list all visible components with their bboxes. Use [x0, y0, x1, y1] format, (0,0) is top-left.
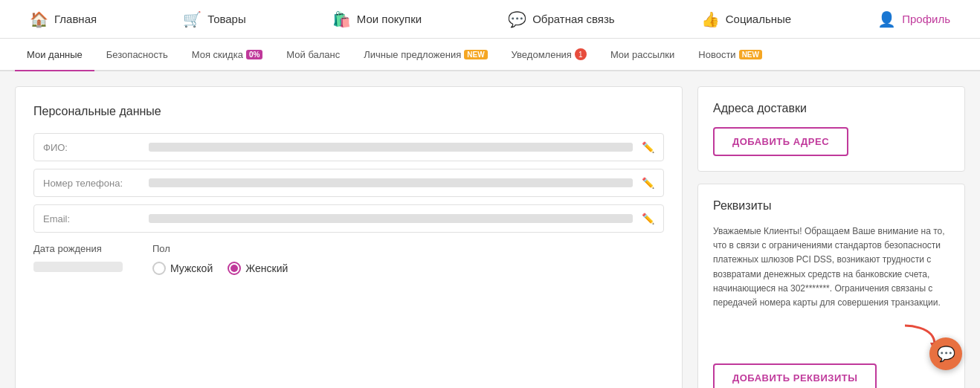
phone-edit-icon[interactable]: ✏️: [642, 177, 654, 189]
gender-options: Мужской Женский: [152, 262, 288, 275]
main-content: Персональные данные ФИО: ✏️ Номер телефо…: [0, 71, 980, 388]
birthdate-gender-section: Дата рождения Пол Мужской Женский: [33, 243, 664, 275]
subnav-my-discount[interactable]: Моя скидка 0%: [180, 39, 275, 71]
fio-edit-icon[interactable]: ✏️: [642, 141, 654, 153]
birthdate-col: Дата рождения: [33, 243, 123, 272]
phone-field-row: Номер телефона: ✏️: [33, 169, 664, 197]
delivery-card: Адреса доставки ДОБАВИТЬ АДРЕС: [697, 86, 965, 172]
sub-navigation: Мои данные Безопасность Моя скидка 0% Мо…: [0, 39, 980, 71]
email-field-row: Email: ✏️: [33, 204, 664, 233]
personal-offers-badge: NEW: [464, 50, 487, 59]
subnav-notifications[interactable]: Уведомления 1: [500, 39, 599, 71]
notifications-badge: 1: [575, 48, 587, 60]
add-address-button[interactable]: ДОБАВИТЬ АДРЕС: [713, 127, 848, 156]
subnav-personal-offers[interactable]: Личные предложения NEW: [352, 39, 499, 71]
arrow-container: [713, 322, 950, 359]
gender-male-radio[interactable]: [152, 262, 166, 275]
gender-label: Пол: [152, 243, 288, 254]
fio-label: ФИО:: [43, 142, 140, 153]
nav-purchases[interactable]: 🛍️ Мои покупки: [332, 10, 422, 28]
subnav-news[interactable]: Новости NEW: [686, 39, 774, 71]
personal-data-title: Персональные данные: [33, 105, 664, 118]
nav-products-label: Товары: [207, 13, 246, 25]
delivery-card-title: Адреса доставки: [713, 102, 950, 115]
requisites-card-title: Реквизиты: [713, 199, 950, 213]
personal-data-panel: Персональные данные ФИО: ✏️ Номер телефо…: [15, 86, 683, 388]
cart-icon: 🛒: [183, 10, 202, 28]
email-label: Email:: [43, 213, 140, 224]
nav-social[interactable]: 👍 Социальные: [701, 10, 791, 28]
gender-male-label: Мужской: [170, 262, 213, 274]
nav-home[interactable]: 🏠 Главная: [30, 10, 97, 28]
birthdate-label: Дата рождения: [33, 243, 123, 254]
nav-products[interactable]: 🛒 Товары: [183, 10, 246, 28]
phone-label: Номер телефона:: [43, 178, 140, 189]
gender-female-label: Женский: [245, 262, 288, 274]
requisites-text: Уважаемые Клиенты! Обращаем Ваше внимани…: [713, 224, 950, 310]
phone-value: [149, 178, 633, 187]
gender-female-option[interactable]: Женский: [228, 262, 288, 275]
nav-feedback-label: Обратная связь: [532, 13, 615, 25]
birthdate-value: [33, 262, 123, 272]
right-panel: Адреса доставки ДОБАВИТЬ АДРЕС Реквизиты…: [697, 86, 965, 388]
thumbsup-icon: 👍: [701, 10, 720, 28]
chat-bubble-icon: 💬: [937, 345, 955, 363]
email-edit-icon[interactable]: ✏️: [642, 213, 654, 224]
requisites-card: Реквизиты Уважаемые Клиенты! Обращаем Ва…: [697, 184, 965, 388]
nav-purchases-label: Мои покупки: [357, 13, 422, 25]
nav-social-label: Социальные: [726, 13, 791, 25]
home-icon: 🏠: [30, 10, 48, 28]
news-badge: NEW: [739, 50, 762, 59]
fio-value: [149, 143, 633, 152]
gender-female-radio[interactable]: [228, 262, 241, 275]
subnav-my-mailings[interactable]: Мои рассылки: [599, 39, 686, 71]
top-navigation: 🏠 Главная 🛒 Товары 🛍️ Мои покупки 💬 Обра…: [0, 0, 980, 39]
nav-profile[interactable]: 👤 Профиль: [877, 10, 950, 28]
gender-col: Пол Мужской Женский: [152, 243, 288, 275]
email-value: [149, 214, 633, 223]
chat-bubble-button[interactable]: 💬: [929, 337, 962, 370]
fio-field-row: ФИО: ✏️: [33, 133, 664, 161]
subnav-my-data[interactable]: Мои данные: [15, 39, 94, 71]
discount-badge: 0%: [246, 50, 262, 59]
add-requisites-button[interactable]: ДОБАВИТЬ РЕКВИЗИТЫ: [713, 363, 877, 388]
chat-icon: 💬: [508, 10, 526, 28]
subnav-my-balance[interactable]: Мой баланс: [274, 39, 352, 71]
nav-feedback[interactable]: 💬 Обратная связь: [508, 10, 615, 28]
gender-male-option[interactable]: Мужской: [152, 262, 213, 275]
user-icon: 👤: [877, 10, 896, 28]
nav-profile-label: Профиль: [902, 13, 950, 25]
nav-home-label: Главная: [54, 13, 97, 25]
bag-icon: 🛍️: [332, 10, 351, 28]
subnav-security[interactable]: Безопасность: [94, 39, 180, 71]
